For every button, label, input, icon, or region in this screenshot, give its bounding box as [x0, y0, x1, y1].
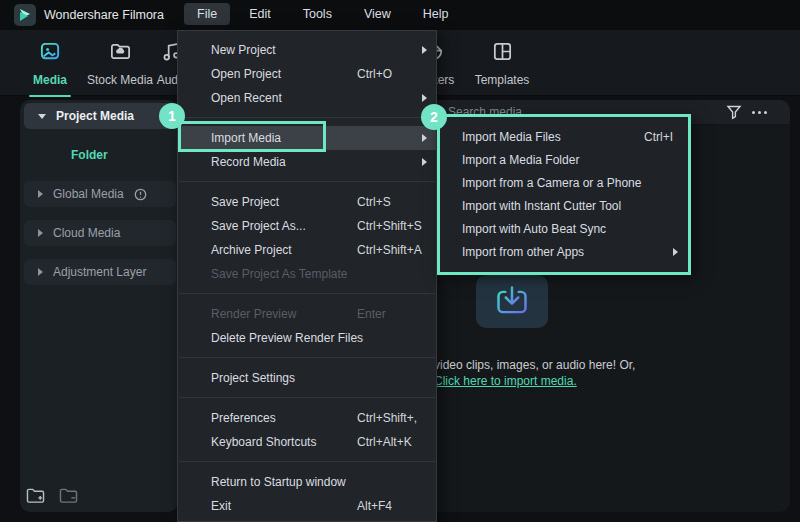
menu-separator — [179, 461, 435, 462]
submenu-item-import-with-auto-beat-sync[interactable]: Import with Auto Beat Sync — [440, 217, 688, 240]
chevron-down-icon[interactable] — [38, 114, 46, 119]
sidebar-item-project-media[interactable]: Project Media — [24, 103, 176, 129]
submenu-arrow-icon — [422, 134, 427, 142]
submenu-item-import-with-instant-cutter-tool[interactable]: Import with Instant Cutter Tool — [440, 194, 688, 217]
menu-separator — [179, 397, 435, 398]
sidebar-footer — [26, 487, 78, 508]
menu-separator — [179, 293, 435, 294]
annotation-badge-2: 2 — [421, 104, 447, 130]
import-media-button[interactable] — [476, 275, 548, 328]
menu-item-record-media[interactable]: Record Media — [178, 150, 436, 174]
submenu-item-import-from-other-apps[interactable]: Import from other Apps — [440, 240, 688, 263]
stock-media-icon — [109, 40, 132, 67]
menu-item-delete-preview-render-files[interactable]: Delete Preview Render Files — [178, 326, 436, 350]
menu-item-project-settings[interactable]: Project Settings — [178, 366, 436, 390]
drop-hint-text: video clips, images, or audio here! Or, — [434, 358, 635, 372]
menu-help[interactable]: Help — [410, 3, 462, 25]
submenu-arrow-icon — [422, 158, 427, 166]
menu-item-new-project[interactable]: New Project — [178, 38, 436, 62]
sidebar-subitem-folder[interactable]: Folder — [71, 148, 108, 162]
sidebar-item-label: Cloud Media — [53, 226, 120, 240]
import-media-submenu: Import Media Files Ctrl+I Import a Media… — [437, 114, 691, 275]
filmora-logo-icon — [14, 4, 36, 26]
menu-item-keyboard-shortcuts[interactable]: Keyboard Shortcuts Ctrl+Alt+K — [178, 430, 436, 454]
annotation-highlight-box — [178, 121, 326, 152]
sidebar-item-label: Adjustment Layer — [53, 265, 146, 279]
chevron-right-icon[interactable] — [38, 268, 43, 276]
app-title: Wondershare Filmora — [44, 8, 164, 22]
menu-separator — [179, 357, 435, 358]
chevron-right-icon[interactable] — [38, 190, 43, 198]
filter-icon[interactable] — [726, 104, 742, 124]
menu-separator — [179, 117, 435, 118]
menubar: Wondershare Filmora File Edit Tools View… — [0, 0, 800, 30]
menu-item-return-to-startup-window[interactable]: Return to Startup window — [178, 470, 436, 494]
menu-item-exit[interactable]: Exit Alt+F4 — [178, 494, 436, 518]
menu-item-preferences[interactable]: Preferences Ctrl+Shift+, — [178, 406, 436, 430]
media-icon — [39, 40, 62, 67]
menu-item-save-project-as[interactable]: Save Project As... Ctrl+Shift+S — [178, 214, 436, 238]
menu-item-save-project[interactable]: Save Project Ctrl+S — [178, 190, 436, 214]
file-menu: New Project Open Project Ctrl+O Open Rec… — [177, 30, 437, 522]
filmora-window: Wondershare Filmora File Edit Tools View… — [0, 0, 800, 522]
sidebar-item-cloud-media[interactable]: Cloud Media — [24, 220, 176, 246]
menu-item-save-project-as-template: Save Project As Template — [178, 262, 436, 286]
sidebar-item-label: Project Media — [56, 109, 134, 123]
info-icon — [134, 188, 147, 201]
submenu-item-import-a-media-folder[interactable]: Import a Media Folder — [440, 148, 688, 171]
templates-icon — [491, 40, 514, 67]
more-options-icon[interactable] — [752, 111, 767, 114]
menu-item-open-project[interactable]: Open Project Ctrl+O — [178, 62, 436, 86]
submenu-arrow-icon — [422, 94, 427, 102]
tab-media-label: Media — [33, 73, 67, 87]
tab-media[interactable]: Media — [20, 40, 80, 97]
menu-item-open-recent[interactable]: Open Recent — [178, 86, 436, 110]
menu-file[interactable]: File — [184, 3, 230, 25]
submenu-arrow-icon — [673, 248, 678, 256]
tab-templates[interactable]: Templates — [462, 40, 542, 87]
sidebar-item-global-media[interactable]: Global Media — [24, 181, 176, 207]
submenu-arrow-icon — [422, 46, 427, 54]
import-media-link[interactable]: Click here to import media. — [434, 374, 577, 388]
menu-tools[interactable]: Tools — [290, 3, 345, 25]
menu-item-render-preview: Render Preview Enter — [178, 302, 436, 326]
new-folder-icon[interactable] — [26, 487, 45, 508]
sidebar-item-label: Global Media — [53, 187, 124, 201]
tab-active-underline — [29, 95, 71, 97]
tab-templates-label: Templates — [475, 73, 530, 87]
chevron-right-icon[interactable] — [38, 229, 43, 237]
sidebar-item-adjustment-layer[interactable]: Adjustment Layer — [24, 259, 176, 285]
menubar-items: File Edit Tools View Help — [184, 3, 461, 25]
submenu-item-import-from-camera-or-phone[interactable]: Import from a Camera or a Phone — [440, 171, 688, 194]
menu-edit[interactable]: Edit — [236, 3, 284, 25]
menu-separator — [179, 181, 435, 182]
menu-item-archive-project[interactable]: Archive Project Ctrl+Shift+A — [178, 238, 436, 262]
submenu-item-import-media-files[interactable]: Import Media Files Ctrl+I — [440, 125, 688, 148]
delete-folder-icon[interactable] — [59, 487, 78, 508]
menu-view[interactable]: View — [351, 3, 404, 25]
tab-stock-media-label: Stock Media — [87, 73, 153, 87]
annotation-badge-1: 1 — [159, 103, 185, 129]
